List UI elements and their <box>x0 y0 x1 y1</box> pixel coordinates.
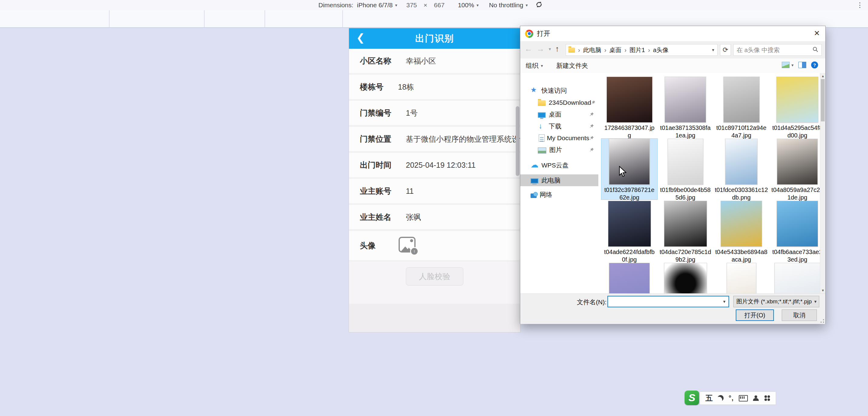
punctuation-button[interactable]: °, <box>728 394 734 402</box>
sidebar-item-desktop[interactable]: 桌面 <box>520 109 598 120</box>
pin-icon <box>591 99 596 106</box>
open-button[interactable]: 打开(O) <box>736 309 774 321</box>
file-item[interactable]: t01fb9be00de4b585d6.jpg <box>657 139 713 200</box>
address-dropdown-icon[interactable]: ▾ <box>712 47 714 53</box>
file-item[interactable] <box>713 263 769 293</box>
file-item[interactable]: t01c89710f12a94e4a7.jpg <box>713 77 769 138</box>
filename-input[interactable]: ▾ <box>608 296 729 307</box>
sidebar-item-folder[interactable]: 2345Download <box>520 96 598 109</box>
file-item[interactable]: t04e5433be6894a8aca.jpg <box>713 201 769 262</box>
page-scrollbar-thumb[interactable] <box>516 106 519 176</box>
sidebar-item-label: My Documents <box>547 135 589 142</box>
nav-back-icon[interactable]: ← <box>525 44 532 54</box>
network-icon <box>531 194 536 198</box>
sidebar-item-star[interactable]: 快速访问 <box>520 85 598 96</box>
account-icon[interactable] <box>753 395 760 401</box>
file-item[interactable]: t01fdce0303361c12db.png <box>713 139 769 200</box>
page-footer-area <box>349 304 520 332</box>
face-check-button[interactable]: 人脸校验 <box>406 267 463 286</box>
dialog-titlebar[interactable]: 打开 ✕ <box>520 26 825 41</box>
more-options-icon[interactable]: ⋮ <box>857 1 863 9</box>
throttling-select[interactable]: No throttling▾ <box>489 1 528 9</box>
scrollbar-thumb[interactable] <box>821 79 825 121</box>
sidebar-item-document[interactable]: My Documents <box>520 132 598 144</box>
breadcrumb-item[interactable]: 此电脑 <box>583 46 601 54</box>
breadcrumb-item[interactable]: 图片1 <box>629 46 645 54</box>
file-name: t01c89710f12a94e4a7.jpg <box>715 124 768 139</box>
file-item[interactable]: t01d4a5295ac54f8d00.jpg <box>769 77 825 138</box>
file-item[interactable]: t01ae387135308fa1ea.jpg <box>657 77 713 138</box>
file-item[interactable]: t04a8059a9a27c2e1de.jpg <box>769 139 825 200</box>
zoom-select[interactable]: 100%▾ <box>458 1 479 9</box>
file-thumbnail <box>607 77 652 123</box>
file-item[interactable] <box>601 263 657 293</box>
scroll-down-icon[interactable]: ▼ <box>820 289 825 292</box>
address-breadcrumb[interactable]: ›此电脑›桌面›图片1›a头像 ▾ <box>566 44 718 56</box>
file-item[interactable]: t04dac720e785c1d9b2.jpg <box>657 201 713 262</box>
form-field-row: 门禁编号 1号 ↑ <box>349 101 520 125</box>
table-cell <box>343 10 868 27</box>
search-icon <box>812 46 818 54</box>
file-thumbnail <box>609 139 650 185</box>
button-area: 人脸校验 <box>349 262 520 304</box>
soft-keyboard-icon[interactable] <box>739 395 748 402</box>
viewport-height-input[interactable]: 667 <box>434 1 444 9</box>
form-field-row: 业主姓名 张飒 ↑ <box>349 205 520 229</box>
file-item[interactable]: t04ade6224fdafbfb0f.jpg <box>601 201 657 262</box>
sidebar-item-label: 桌面 <box>549 110 561 119</box>
mobile-app-panel: ❮ 出门识别 小区名称 幸福小区 ↑ 楼栋号 18栋 ↑ 门禁编号 1号 ↑ 门… <box>349 28 521 332</box>
nav-up-icon[interactable]: ↑ <box>555 44 559 54</box>
rotate-viewport-icon[interactable] <box>535 1 543 10</box>
organize-button[interactable]: 组织▾ <box>526 61 543 70</box>
file-type-select[interactable]: 图片文件 (*.xbm;*.tif;*.jfif;*.pjp ▾ <box>733 296 819 307</box>
file-item[interactable]: t01f32c39786721e62e.jpg <box>601 139 657 200</box>
field-label: 头像 <box>360 240 376 251</box>
breadcrumb-item[interactable]: a头像 <box>653 46 669 54</box>
file-thumbnail <box>609 263 650 293</box>
moon-mode-icon[interactable] <box>717 394 724 402</box>
sidebar-item-computer[interactable]: 此电脑 <box>520 174 598 186</box>
mouse-cursor <box>618 166 628 179</box>
scroll-up-icon[interactable]: ▲ <box>820 74 825 78</box>
viewport-width-input[interactable]: 375 <box>406 1 417 9</box>
field-value: 张飒 <box>406 212 421 222</box>
form-field-row: 出门时间 2025-04-19 12:03:11 ↑ <box>349 153 520 177</box>
file-item[interactable] <box>769 263 825 293</box>
back-icon[interactable]: ❮ <box>356 32 365 43</box>
file-item[interactable] <box>657 263 713 293</box>
file-thumbnail <box>777 201 818 247</box>
device-select[interactable]: iPhone 6/7/8▾ <box>357 1 397 9</box>
file-item[interactable]: 1728463873047.jpg <box>601 77 657 138</box>
avatar-upload-icon[interactable]: ↑ <box>399 237 417 254</box>
file-item[interactable]: t04fb6aace733ae23ed.jpg <box>769 201 825 262</box>
view-mode-button[interactable]: ▾ <box>782 62 794 68</box>
sidebar-item-picture[interactable]: 图片 <box>520 144 598 156</box>
cancel-button[interactable]: 取消 <box>782 309 817 321</box>
sidebar-item-label: 2345Download <box>549 99 591 106</box>
sogou-logo-icon[interactable]: S <box>685 391 699 405</box>
chevron-down-icon[interactable]: ▾ <box>723 299 725 304</box>
sidebar-item-network[interactable]: 网络 <box>520 189 598 201</box>
refresh-button[interactable]: ⟳ <box>720 44 731 56</box>
file-thumbnail <box>664 77 706 123</box>
background-table-row <box>0 10 868 28</box>
chevron-down-icon: ▾ <box>792 63 794 67</box>
new-folder-button[interactable]: 新建文件夹 <box>556 61 588 70</box>
nav-forward-icon[interactable]: → <box>536 44 545 54</box>
close-icon[interactable]: ✕ <box>814 30 820 37</box>
input-mode-button[interactable]: 五 <box>706 393 713 403</box>
breadcrumb-separator: › <box>578 47 580 54</box>
resize-grip[interactable] <box>820 319 825 323</box>
toolbox-icon[interactable] <box>764 395 770 401</box>
search-box[interactable]: 在 a头像 中搜索 <box>733 44 822 56</box>
preview-pane-icon[interactable] <box>798 62 806 68</box>
sidebar-item-cloud[interactable]: WPS云盘 <box>520 159 598 171</box>
field-label: 楼栋号 <box>360 82 383 92</box>
dialog-content: 快速访问 2345Download 桌面 下载 My Documents 图片 <box>520 73 825 293</box>
nav-history-dropdown-icon[interactable]: ▾ <box>549 46 551 52</box>
help-icon[interactable]: ? <box>811 61 818 68</box>
field-value: 1号 <box>406 108 417 118</box>
sidebar-item-download[interactable]: 下载 <box>520 120 598 132</box>
breadcrumb-item[interactable]: 桌面 <box>609 46 621 54</box>
file-list-scrollbar[interactable]: ▲ ▼ <box>820 73 825 293</box>
